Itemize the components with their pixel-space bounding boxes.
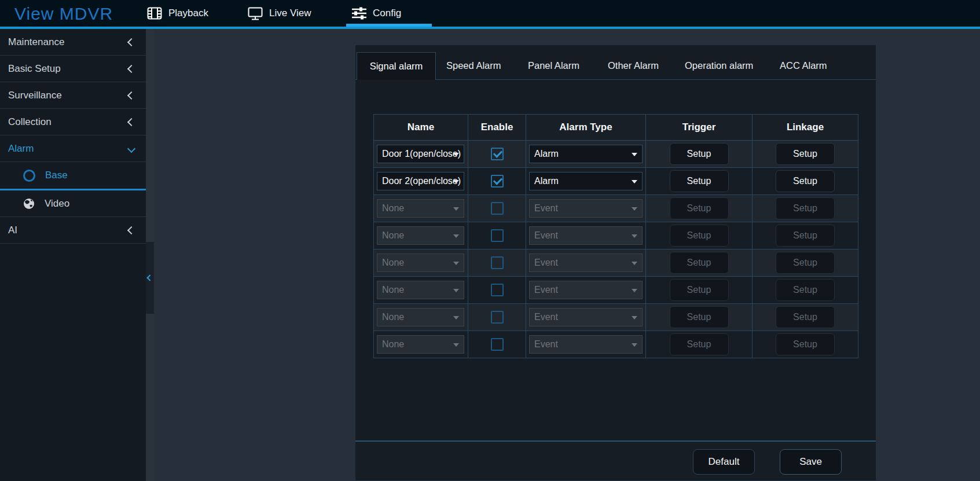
alarm-type-dropdown[interactable]: Alarm (529, 145, 643, 163)
film-icon (147, 7, 162, 20)
enable-checkbox[interactable] (491, 284, 504, 296)
dropdown-arrow-icon (453, 207, 459, 211)
trigger-setup-button[interactable]: Setup (670, 170, 729, 192)
col-header-enable: Enable (468, 115, 526, 140)
dropdown-arrow-icon (453, 316, 459, 320)
nav-playback[interactable]: Playback (147, 0, 208, 27)
table-row: None Event Setup Setup (374, 331, 858, 358)
chevron-left-icon (127, 91, 135, 99)
enable-checkbox[interactable] (491, 175, 504, 188)
name-dropdown-value: None (382, 203, 404, 214)
dropdown-arrow-icon (453, 343, 459, 347)
tab-other-alarm[interactable]: Other Alarm (608, 52, 659, 79)
sidebar-collapse-handle[interactable] (146, 242, 154, 314)
table-row: None Event Setup Setup (374, 303, 858, 331)
sidebar-item-basic-setup[interactable]: Basic Setup (0, 56, 146, 82)
enable-checkbox[interactable] (491, 338, 504, 351)
linkage-setup-button[interactable]: Setup (776, 143, 835, 165)
enable-checkbox[interactable] (491, 311, 504, 324)
enable-checkbox[interactable] (491, 202, 504, 215)
dropdown-arrow-icon (453, 153, 459, 156)
sidebar: Maintenance Basic Setup Surveillance Col… (0, 29, 146, 481)
top-bar: View MDVR Playback (0, 0, 980, 27)
tab-operation-alarm[interactable]: Operation alarm (685, 52, 753, 79)
trigger-setup-button[interactable]: Setup (670, 197, 729, 219)
sidebar-item-label: Basic Setup (8, 63, 61, 75)
linkage-setup-button[interactable]: Setup (776, 252, 835, 274)
alarm-type-dropdown[interactable]: Event (529, 226, 643, 245)
collapse-chevron-left-icon (146, 274, 153, 281)
name-dropdown[interactable]: None (377, 308, 464, 326)
default-button[interactable]: Default (693, 449, 755, 475)
name-dropdown[interactable]: Door 2(open/close) (377, 172, 464, 190)
name-dropdown-value: None (382, 312, 404, 322)
trigger-setup-button[interactable]: Setup (670, 333, 729, 355)
tab-speed-alarm[interactable]: Speed Alarm (446, 52, 501, 79)
config-panel: Signal alarm Speed Alarm Panel Alarm Oth… (355, 45, 876, 481)
linkage-setup-button[interactable]: Setup (776, 306, 835, 328)
tab-signal-alarm[interactable]: Signal alarm (357, 52, 436, 80)
alarm-tab-bar: Signal alarm Speed Alarm Panel Alarm Oth… (355, 52, 876, 80)
name-dropdown[interactable]: None (377, 254, 464, 272)
enable-checkbox[interactable] (491, 229, 504, 242)
sidebar-item-ai[interactable]: AI (0, 217, 146, 244)
dropdown-arrow-icon (453, 234, 459, 238)
app-window: View MDVR Playback (0, 0, 980, 481)
nav-live-view[interactable]: Live View (248, 0, 311, 27)
save-button[interactable]: Save (780, 449, 842, 475)
chevron-left-icon (127, 226, 135, 234)
enable-checkbox[interactable] (491, 148, 504, 160)
name-dropdown-value: None (382, 258, 404, 268)
trigger-setup-button[interactable]: Setup (670, 225, 729, 247)
name-dropdown[interactable]: None (377, 281, 464, 299)
linkage-setup-button[interactable]: Setup (776, 225, 835, 247)
dropdown-arrow-icon (453, 289, 459, 292)
sidebar-item-label: Video (45, 198, 69, 210)
chevron-left-icon (127, 118, 135, 126)
name-dropdown-value: Door 1(open/close) (382, 149, 461, 159)
col-header-linkage: Linkage (752, 115, 858, 140)
alarm-type-dropdown[interactable]: Event (529, 308, 643, 326)
nav-live-view-label: Live View (269, 8, 311, 19)
sidebar-item-surveillance[interactable]: Surveillance (0, 82, 146, 109)
sidebar-item-maintenance[interactable]: Maintenance (0, 29, 146, 56)
alarm-type-value: Alarm (534, 176, 559, 186)
nav-playback-label: Playback (168, 8, 208, 19)
sidebar-item-alarm[interactable]: Alarm (0, 135, 146, 162)
sidebar-item-label: Collection (8, 116, 52, 128)
trigger-setup-button[interactable]: Setup (670, 279, 729, 301)
name-dropdown-value: None (382, 339, 404, 350)
linkage-setup-button[interactable]: Setup (776, 170, 835, 192)
linkage-setup-button[interactable]: Setup (776, 333, 835, 355)
sidebar-subitem-base[interactable]: Base (0, 162, 146, 190)
dropdown-arrow-icon (632, 262, 637, 265)
alarm-type-dropdown[interactable]: Event (529, 199, 643, 218)
alarm-type-value: Event (534, 312, 558, 322)
dropdown-arrow-icon (632, 180, 637, 183)
tab-acc-alarm[interactable]: ACC Alarm (780, 52, 827, 79)
alarm-type-dropdown[interactable]: Event (529, 281, 643, 299)
sidebar-scrollbar-track (146, 29, 154, 481)
sidebar-item-label: Surveillance (8, 90, 62, 101)
alarm-type-dropdown[interactable]: Alarm (529, 172, 643, 190)
name-dropdown[interactable]: None (377, 226, 464, 245)
trigger-setup-button[interactable]: Setup (670, 143, 729, 165)
trigger-setup-button[interactable]: Setup (670, 252, 729, 274)
trigger-setup-button[interactable]: Setup (670, 306, 729, 328)
name-dropdown[interactable]: None (377, 335, 464, 354)
linkage-setup-button[interactable]: Setup (776, 197, 835, 219)
sidebar-item-label: AI (8, 225, 17, 236)
name-dropdown[interactable]: Door 1(open/close) (377, 145, 464, 163)
ring-icon (23, 170, 35, 182)
sidebar-subitem-video[interactable]: Video (0, 190, 146, 217)
nav-config[interactable]: Config (352, 0, 401, 27)
alarm-type-dropdown[interactable]: Event (529, 254, 643, 272)
col-header-trigger: Trigger (645, 115, 752, 140)
alarm-type-dropdown[interactable]: Event (529, 335, 643, 354)
sidebar-item-collection[interactable]: Collection (0, 109, 146, 135)
enable-checkbox[interactable] (491, 256, 504, 269)
name-dropdown[interactable]: None (377, 199, 464, 218)
linkage-setup-button[interactable]: Setup (776, 279, 835, 301)
tab-panel-alarm[interactable]: Panel Alarm (528, 52, 579, 79)
dropdown-arrow-icon (632, 207, 637, 211)
